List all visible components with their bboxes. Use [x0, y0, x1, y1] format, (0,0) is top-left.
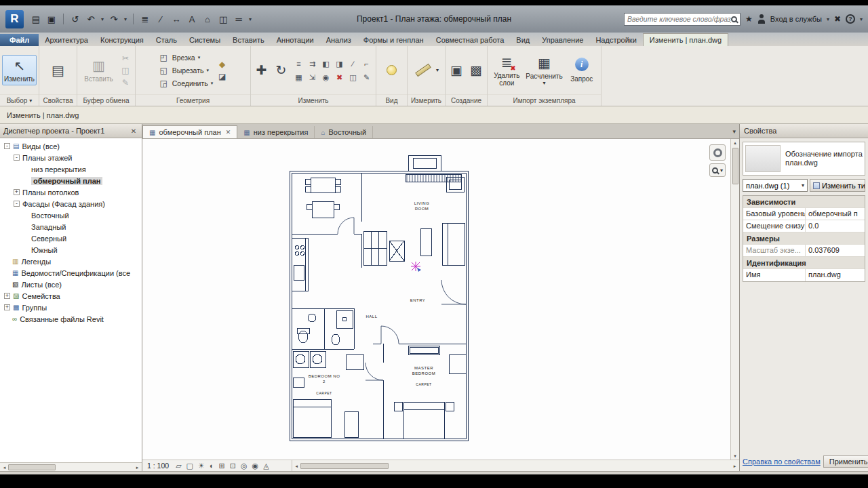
close-browser-icon[interactable]: ✕ [129, 127, 138, 135]
floor-plan-drawing[interactable]: LIVING ROOM ENTRY HALL MASTER BEDROOM CA… [142, 139, 739, 460]
tab-massing-site[interactable]: Формы и генплан [357, 34, 430, 46]
tab-view[interactable]: Вид [510, 34, 536, 46]
expander-icon[interactable]: + [14, 189, 20, 195]
name-value[interactable]: план.dwg [806, 269, 865, 281]
tree-item-views[interactable]: - ▤ Виды (все) [0, 140, 142, 152]
measure-button[interactable] [414, 61, 433, 80]
property-group-constraints[interactable]: Зависимости [743, 196, 865, 208]
reveal-hidden-icon[interactable]: ◉ [252, 461, 259, 471]
tree-item-sheets[interactable]: ▧ Листы (все) [0, 279, 142, 290]
browser-hscrollbar[interactable]: ◂ ▸ [0, 462, 142, 471]
tab-modify-plan-dwg[interactable]: Изменить | план.dwg [643, 33, 728, 46]
delete-icon[interactable]: ✖ [334, 71, 345, 82]
measure-icon[interactable]: ∕ [155, 14, 166, 24]
tab-architecture[interactable]: Архитектура [39, 34, 94, 46]
expander-icon[interactable]: + [4, 304, 10, 310]
array-icon[interactable]: ▦ [293, 71, 304, 82]
tree-item-groups[interactable]: + ▩ Группы [0, 302, 142, 313]
paste-button[interactable]: ▥ Вставить [81, 55, 117, 85]
show-crop-icon[interactable]: ⊡ [230, 461, 236, 471]
scroll-right-icon[interactable]: ▸ [731, 462, 738, 470]
cope-button[interactable]: ◰ Врезка ▾ [158, 52, 213, 63]
tree-item-obmerochny-plan[interactable]: обмерочный план [0, 175, 142, 186]
match-type-icon[interactable]: ✎ [361, 71, 372, 82]
section-icon[interactable]: ◫ [218, 14, 229, 24]
property-group-dimensions[interactable]: Размеры [743, 232, 865, 245]
expander-icon[interactable]: + [4, 293, 10, 299]
explode-button[interactable]: ▦ Расчленить ▾ [527, 52, 562, 89]
view-graphics-button[interactable] [382, 61, 401, 80]
tab-analyze[interactable]: Анализ [320, 34, 357, 46]
detail-level-icon[interactable]: ▱ [176, 461, 181, 471]
zoom-icon[interactable]: ▾ [709, 163, 726, 177]
tree-item-south[interactable]: Южный [0, 244, 142, 256]
create-group-button[interactable]: ▣ [448, 61, 465, 80]
redo-caret-icon[interactable]: ▾ [124, 16, 127, 22]
tab-addins[interactable]: Надстройки [589, 34, 642, 46]
properties-button[interactable]: ▤ [42, 60, 74, 81]
align-icon[interactable]: ≡ [293, 58, 304, 68]
tab-collaborate[interactable]: Совместная работа [430, 34, 511, 46]
search-icon[interactable] [731, 16, 737, 22]
text-note-icon[interactable]: A [186, 14, 197, 24]
create-similar-button[interactable]: ▩ [468, 61, 484, 80]
tree-item-north[interactable]: Северный [0, 232, 142, 244]
canvas-hscrollbar[interactable]: ◂ ▸ [292, 460, 739, 471]
tab-systems[interactable]: Системы [183, 34, 226, 46]
canvas-vscrollbar[interactable]: ▴ ▾ [730, 139, 739, 460]
help-icon[interactable]: ? [846, 14, 855, 24]
offset-icon[interactable]: ⇉ [307, 58, 318, 68]
tab-insert[interactable]: Вставить [226, 34, 271, 46]
base-level-value[interactable]: обмерочный п [806, 208, 865, 220]
type-selector-dropdown[interactable]: план.dwg (1) ▾ [743, 179, 808, 192]
tree-item-west[interactable]: Западный [0, 221, 142, 232]
tab-manage[interactable]: Управление [536, 34, 589, 46]
mirror-pick-axis-icon[interactable]: ◧ [320, 58, 332, 68]
expander-icon[interactable]: - [4, 143, 10, 149]
apply-button[interactable]: Применить [823, 455, 868, 468]
sign-in-button[interactable]: Вход в службы [770, 15, 822, 23]
open-icon[interactable]: ▤ [31, 14, 41, 24]
redo-icon[interactable]: ↷ [108, 14, 119, 24]
crop-view-icon[interactable]: ⊞ [219, 461, 225, 471]
scroll-thumb[interactable] [300, 463, 389, 469]
print-icon[interactable]: ≣ [140, 14, 151, 24]
cut-icon[interactable]: ✂ [120, 53, 132, 64]
scroll-thumb[interactable] [732, 148, 738, 184]
help-caret-icon[interactable]: ▾ [860, 16, 863, 22]
scroll-right-icon[interactable]: ▸ [134, 464, 141, 471]
tree-item-floor-plans[interactable]: - Планы этажей [0, 152, 142, 163]
view-tab-vostochny[interactable]: ⌂ Восточный [315, 126, 373, 138]
customize-qat-icon[interactable]: ▾ [249, 16, 252, 22]
scroll-up-icon[interactable]: ▴ [732, 139, 739, 146]
tab-annotate[interactable]: Аннотации [271, 34, 320, 46]
match-properties-icon[interactable]: ✎ [120, 77, 132, 88]
search-input[interactable] [627, 15, 731, 23]
scale-icon[interactable]: ⇲ [307, 71, 318, 82]
visual-style-icon[interactable]: ▢ [186, 461, 193, 471]
tree-item-families[interactable]: + ▨ Семейства [0, 290, 142, 302]
thin-lines-icon[interactable]: ═ [233, 14, 244, 24]
scroll-thumb[interactable] [8, 464, 56, 470]
measure-caret-icon[interactable]: ▾ [436, 67, 439, 73]
tree-item-elevations[interactable]: - Фасады (Фасад здания) [0, 198, 142, 209]
sign-in-caret-icon[interactable]: ▾ [827, 16, 829, 22]
paint-icon[interactable]: ◆ [216, 59, 228, 70]
tab-structure[interactable]: Конструкция [94, 34, 150, 46]
trim-extend-icon[interactable]: ⌐ [361, 58, 372, 68]
tab-file[interactable]: Файл [0, 34, 39, 46]
view-scale[interactable]: 1 : 100 [147, 462, 169, 470]
close-view-icon[interactable]: ✕ [226, 129, 231, 136]
panel-label-select[interactable]: Выбор ▾ [0, 94, 39, 106]
save-icon[interactable]: ▣ [46, 14, 57, 24]
view-tab-niz-perekrytiya[interactable]: ▦ низ перекрытия [237, 126, 315, 138]
sun-path-icon[interactable]: ☀ [198, 461, 205, 471]
mirror-draw-axis-icon[interactable]: ◨ [334, 58, 345, 68]
scroll-left-icon[interactable]: ◂ [1, 464, 8, 471]
drawing-canvas[interactable]: LIVING ROOM ENTRY HALL MASTER BEDROOM CA… [142, 139, 739, 460]
exchange-apps-icon[interactable]: ✖ [834, 14, 841, 24]
tree-item-revit-links[interactable]: ∞ Связанные файлы Revit [0, 313, 142, 325]
steering-wheel-icon[interactable] [709, 144, 726, 161]
default-3d-view-icon[interactable]: ⌂ [202, 14, 213, 24]
scroll-down-icon[interactable]: ▾ [732, 452, 739, 460]
